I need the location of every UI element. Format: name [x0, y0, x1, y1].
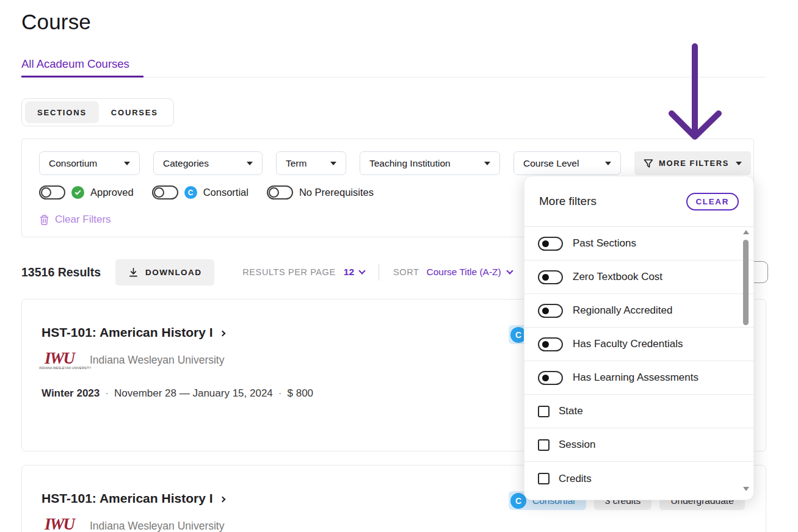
panel-clear-button[interactable]: CLEAR [686, 193, 739, 210]
filter-row-state: State [524, 395, 753, 428]
results-count: 13516 Results [21, 265, 101, 279]
has-faculty-credentials-label: Has Faculty Credentials [573, 338, 683, 350]
sort-label: SORT [393, 267, 419, 277]
filter-row-past-sections: Past Sections [524, 227, 753, 261]
term-dropdown-label: Term [286, 158, 307, 169]
panel-scrollbar[interactable] [742, 230, 750, 491]
filter-row-session: Session [524, 428, 753, 462]
course-level-dropdown-label: Course Level [523, 158, 579, 169]
view-toggle-sections[interactable]: SECTIONS [25, 101, 99, 123]
view-toggle-courses[interactable]: COURSES [99, 101, 170, 123]
results-per-page-label: RESULTS PER PAGE [242, 267, 336, 277]
filter-dropdown-row: Consortium Categories Term Teaching Inst… [39, 151, 751, 175]
course-level-dropdown[interactable]: Course Level [513, 151, 621, 175]
more-filters-list: Past Sections Zero Textbook Cost Regiona… [524, 227, 753, 495]
results-per-page-select[interactable]: 12 [344, 267, 365, 278]
scroll-down-arrow-icon[interactable] [743, 487, 749, 491]
more-filters-button[interactable]: MORE FILTERS [634, 151, 751, 175]
state-checkbox-label: State [559, 405, 583, 417]
chevron-right-icon [219, 330, 225, 336]
filter-row-regionally-accredited: Regionally Accredited [524, 294, 753, 328]
course-title-link[interactable]: HST-101: American History I [42, 491, 225, 506]
course-term: Winter 2023 [42, 387, 100, 399]
has-faculty-credentials-toggle[interactable] [538, 337, 563, 351]
consortium-dropdown[interactable]: Consortium [39, 151, 140, 175]
course-dates: November 28 — January 15, 2024 [114, 387, 273, 399]
consortial-c-icon: C [184, 186, 197, 199]
past-sections-toggle[interactable] [538, 237, 563, 251]
institution-name: Indiana Wesleyan University [90, 354, 224, 367]
sort-value: Course Title (A-Z) [426, 267, 501, 278]
categories-dropdown-label: Categories [163, 158, 209, 169]
has-learning-assessments-toggle[interactable] [538, 371, 563, 385]
no-prerequisites-toggle[interactable] [267, 185, 293, 200]
regionally-accredited-toggle[interactable] [538, 304, 563, 318]
institution-logo: IWU INDIANA WESLEYAN UNIVERSITY [39, 351, 79, 370]
course-title: HST-101: American History I [42, 325, 213, 340]
course-title-link[interactable]: HST-101: American History I [42, 325, 225, 340]
categories-dropdown[interactable]: Categories [153, 151, 263, 175]
credits-checkbox[interactable] [538, 473, 550, 484]
filter-row-credits: Credits [524, 462, 753, 495]
view-toggle: SECTIONS COURSES [21, 98, 174, 126]
institution-logo: IWU INDIANA WESLEYAN UNIVERSITY [39, 517, 79, 532]
separator-dot: · [278, 387, 282, 399]
download-icon [128, 267, 139, 278]
chevron-down-icon [358, 267, 365, 274]
clear-filters-button[interactable]: Clear Filters [39, 214, 111, 226]
approved-toggle[interactable] [39, 185, 65, 200]
past-sections-label: Past Sections [573, 237, 636, 250]
session-checkbox[interactable] [538, 439, 550, 451]
institution-logo-letters: IWU [39, 517, 79, 532]
sort-select[interactable]: Course Title (A-Z) [426, 267, 512, 278]
trash-icon [39, 214, 49, 226]
chevron-down-icon [124, 162, 130, 165]
term-dropdown[interactable]: Term [276, 151, 346, 175]
separator-dot: · [105, 387, 109, 399]
scroll-up-arrow-icon[interactable] [743, 230, 749, 234]
course-price: $ 800 [288, 387, 314, 399]
more-filters-label: MORE FILTERS [659, 159, 729, 168]
approved-toggle-label: Approved [90, 187, 134, 198]
session-checkbox-label: Session [559, 439, 595, 451]
regionally-accredited-label: Regionally Accredited [573, 304, 672, 317]
vertical-divider [379, 264, 379, 281]
funnel-icon [644, 159, 653, 168]
more-filters-panel-title: More filters [539, 195, 597, 208]
more-filters-panel: More filters CLEAR Past Sections Zero Te… [524, 176, 754, 500]
results-per-page-value: 12 [344, 267, 354, 278]
more-filters-panel-header: More filters CLEAR [524, 176, 753, 226]
filter-row-has-learning-assessments: Has Learning Assessments [524, 361, 753, 395]
filter-row-zero-textbook-cost: Zero Textbook Cost [524, 261, 753, 294]
institution-row: IWU INDIANA WESLEYAN UNIVERSITY Indiana … [39, 517, 224, 532]
consortial-toggle-label: Consortial [203, 187, 248, 198]
course-title: HST-101: American History I [42, 491, 213, 506]
results-bar: 13516 Results DOWNLOAD RESULTS PER PAGE … [21, 259, 512, 286]
institution-row: IWU INDIANA WESLEYAN UNIVERSITY Indiana … [39, 351, 224, 370]
zero-textbook-cost-toggle[interactable] [538, 270, 563, 284]
no-prerequisites-toggle-label: No Prerequisites [299, 187, 374, 198]
consortium-dropdown-label: Consortium [49, 158, 97, 169]
scrollbar-thumb[interactable] [743, 240, 749, 325]
chevron-down-icon [605, 162, 611, 165]
clear-filters-label: Clear Filters [55, 214, 111, 226]
tab-active-underline [21, 76, 143, 77]
chevron-down-icon [330, 162, 336, 165]
state-checkbox[interactable] [538, 406, 550, 417]
download-button[interactable]: DOWNLOAD [115, 259, 214, 286]
institution-name: Indiana Wesleyan University [90, 520, 224, 532]
credits-checkbox-label: Credits [559, 473, 592, 485]
zero-textbook-cost-label: Zero Textbook Cost [573, 271, 662, 283]
annotation-arrow-down [662, 40, 730, 145]
filter-toggle-row: Approved C Consortial No Prerequisites [39, 185, 386, 200]
chevron-down-icon [484, 162, 490, 165]
consortial-toggle[interactable] [152, 185, 178, 200]
chevron-right-icon [219, 496, 225, 502]
institution-logo-subtext: INDIANA WESLEYAN UNIVERSITY [39, 366, 79, 370]
teaching-institution-dropdown[interactable]: Teaching Institution [360, 151, 500, 175]
chevron-down-icon [736, 162, 742, 165]
filter-row-has-faculty-credentials: Has Faculty Credentials [524, 328, 753, 361]
institution-logo-letters: IWU [39, 351, 79, 366]
teaching-institution-dropdown-label: Teaching Institution [369, 158, 451, 169]
tab-all-acadeum-courses[interactable]: All Acadeum Courses [21, 57, 129, 71]
